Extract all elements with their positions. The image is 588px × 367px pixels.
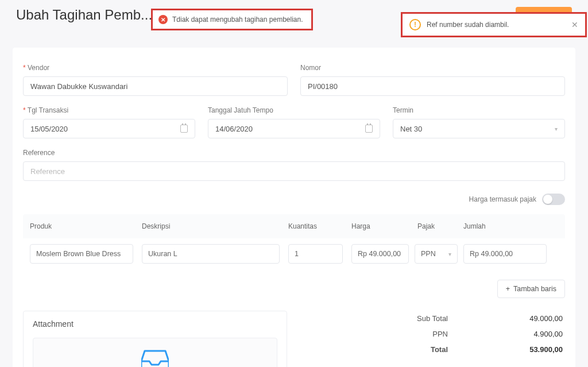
reference-label: Reference: [23, 149, 565, 157]
term-select[interactable]: Net 30 ▾: [393, 119, 565, 138]
table-row: Moslem Brown Blue Dress Ukuran L 1 Rp 49…: [23, 238, 565, 269]
totals-panel: Sub Total 49.000,00 PPN 4.900,00 Total 5…: [300, 311, 565, 367]
ppn-label: PPN: [432, 330, 448, 338]
th-tax: Pajak: [417, 222, 463, 230]
error-alert-text: Tdiak dapat mengubah tagihan pembelian.: [172, 16, 303, 24]
attachment-card: Attachment Klik atau seret file ke area …: [23, 311, 287, 367]
chevron-down-icon: ▾: [448, 251, 451, 257]
plus-icon: +: [506, 285, 510, 293]
chevron-down-icon: ▾: [555, 126, 558, 132]
reference-input[interactable]: [23, 161, 565, 181]
inbox-icon: [141, 350, 169, 367]
vendor-input[interactable]: [23, 76, 288, 96]
th-product: Produk: [30, 222, 142, 230]
ppn-value: 4.900,00: [500, 330, 563, 338]
warning-toast-text: Ref number sudah diambil.: [427, 21, 566, 29]
row-price-input[interactable]: Rp 49.000,00: [351, 244, 409, 264]
due-date-field: Tanggal Jatuh Tempo: [208, 106, 380, 138]
items-table-header: Produk Deskripsi Kuantitas Harga Pajak J…: [23, 214, 565, 238]
vendor-label: Vendor: [23, 64, 288, 72]
term-value: Net 30: [400, 125, 422, 133]
total-value: 53.900,00: [500, 345, 563, 354]
vendor-field: Vendor: [23, 64, 288, 96]
warning-toast: ! Ref number sudah diambil. ✕: [401, 12, 587, 37]
th-qty: Kuantitas: [288, 222, 351, 230]
row-desc-input[interactable]: Ukuran L: [142, 244, 280, 264]
due-date-label: Tanggal Jatuh Tempo: [208, 106, 380, 114]
reference-field: Reference: [23, 149, 565, 181]
tax-toggle[interactable]: [542, 194, 565, 205]
tax-toggle-label: Harga termasuk pajak: [469, 195, 536, 203]
row-amount-input[interactable]: Rp 49.000,00: [463, 244, 547, 264]
error-alert: ✕ Tdiak dapat mengubah tagihan pembelian…: [151, 9, 313, 30]
total-label: Total: [431, 345, 448, 354]
term-field: Termin Net 30 ▾: [393, 106, 565, 138]
trx-date-input[interactable]: [23, 119, 195, 138]
number-label: Nomor: [300, 64, 565, 72]
trx-date-label: Tgl Transaksi: [23, 106, 195, 114]
term-label: Termin: [393, 106, 565, 114]
row-product-input[interactable]: Moslem Brown Blue Dress: [30, 244, 133, 264]
error-icon: ✕: [158, 15, 168, 24]
attachment-title: Attachment: [33, 319, 277, 329]
add-row-button[interactable]: + Tambah baris: [497, 280, 565, 298]
subtotal-label: Sub Total: [417, 314, 448, 323]
calendar-icon: [365, 125, 373, 133]
calendar-icon: [180, 125, 188, 133]
number-input[interactable]: [300, 76, 565, 96]
close-icon[interactable]: ✕: [571, 20, 578, 29]
row-tax-select[interactable]: PPN ▾: [415, 244, 458, 264]
subtotal-value: 49.000,00: [500, 314, 563, 323]
trx-date-field: Tgl Transaksi: [23, 106, 195, 138]
page-title: Ubah Tagihan Pemb...: [16, 7, 152, 23]
th-price: Harga: [351, 222, 417, 230]
th-amount: Jumlah: [463, 222, 558, 230]
form-card: Vendor Nomor Tgl Transaksi: [13, 48, 575, 367]
warning-icon: !: [409, 19, 421, 30]
add-row-label: Tambah baris: [513, 285, 556, 293]
due-date-input[interactable]: [208, 119, 380, 138]
row-qty-input[interactable]: 1: [288, 244, 343, 264]
attachment-dropzone[interactable]: Klik atau seret file ke area ini untuk m…: [33, 338, 277, 367]
th-desc: Deskripsi: [142, 222, 288, 230]
number-field: Nomor: [300, 64, 565, 96]
